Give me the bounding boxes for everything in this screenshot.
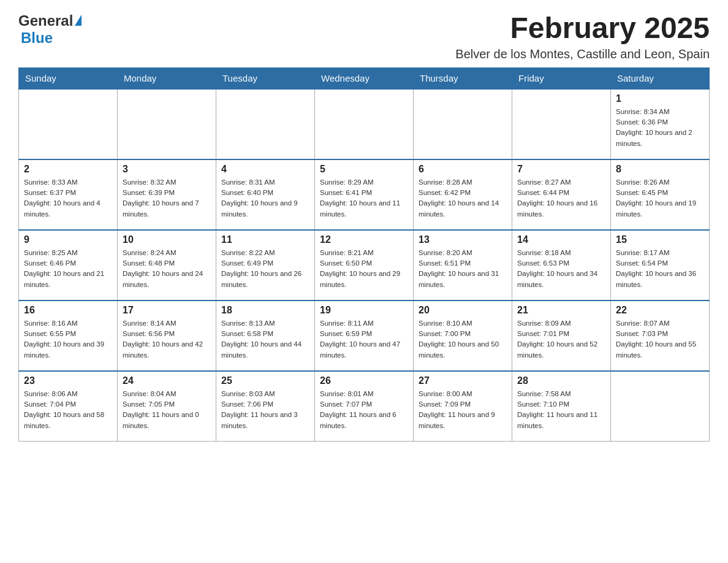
day-number: 24: [123, 375, 211, 386]
day-number: 22: [616, 305, 704, 316]
day-number: 20: [419, 305, 507, 316]
day-number: 4: [221, 164, 309, 175]
day-info: Sunrise: 8:00 AM Sunset: 7:09 PM Dayligh…: [419, 389, 507, 431]
day-number: 7: [517, 164, 605, 175]
weekday-header-monday: Monday: [118, 67, 216, 89]
day-info: Sunrise: 8:32 AM Sunset: 6:39 PM Dayligh…: [123, 177, 211, 220]
calendar-cell: 16Sunrise: 8:16 AM Sunset: 6:55 PM Dayli…: [19, 301, 118, 371]
day-number: 25: [221, 375, 309, 386]
day-number: 18: [221, 305, 309, 316]
week-row-1: 1Sunrise: 8:34 AM Sunset: 6:36 PM Daylig…: [19, 89, 710, 159]
day-info: Sunrise: 8:04 AM Sunset: 7:05 PM Dayligh…: [123, 389, 211, 431]
day-number: 23: [24, 375, 112, 386]
day-info: Sunrise: 8:34 AM Sunset: 6:36 PM Dayligh…: [616, 107, 704, 149]
day-info: Sunrise: 8:11 AM Sunset: 6:59 PM Dayligh…: [320, 318, 408, 361]
day-info: Sunrise: 8:17 AM Sunset: 6:54 PM Dayligh…: [616, 248, 704, 290]
week-row-2: 2Sunrise: 8:33 AM Sunset: 6:37 PM Daylig…: [19, 159, 710, 230]
weekday-header-friday: Friday: [512, 67, 611, 89]
calendar-cell: 5Sunrise: 8:29 AM Sunset: 6:41 PM Daylig…: [315, 159, 414, 230]
calendar-cell: 14Sunrise: 8:18 AM Sunset: 6:53 PM Dayli…: [512, 230, 611, 301]
day-number: 9: [24, 234, 112, 245]
calendar-cell: 11Sunrise: 8:22 AM Sunset: 6:49 PM Dayli…: [216, 230, 315, 301]
weekday-header-tuesday: Tuesday: [216, 67, 315, 89]
day-info: Sunrise: 8:07 AM Sunset: 7:03 PM Dayligh…: [616, 318, 704, 361]
day-number: 10: [123, 234, 211, 245]
day-info: Sunrise: 8:18 AM Sunset: 6:53 PM Dayligh…: [517, 248, 605, 290]
weekday-header-wednesday: Wednesday: [315, 67, 414, 89]
calendar-cell: 26Sunrise: 8:01 AM Sunset: 7:07 PM Dayli…: [315, 371, 414, 442]
day-info: Sunrise: 8:27 AM Sunset: 6:44 PM Dayligh…: [517, 177, 605, 220]
calendar-cell: [216, 89, 315, 159]
day-number: 28: [517, 375, 605, 386]
day-number: 12: [320, 234, 408, 245]
logo: General Blue: [18, 12, 82, 47]
calendar-cell: 27Sunrise: 8:00 AM Sunset: 7:09 PM Dayli…: [414, 371, 512, 442]
day-number: 15: [616, 234, 704, 245]
calendar-cell: 21Sunrise: 8:09 AM Sunset: 7:01 PM Dayli…: [512, 301, 611, 371]
day-info: Sunrise: 8:01 AM Sunset: 7:07 PM Dayligh…: [320, 389, 408, 431]
title-area: February 2025 Belver de los Montes, Cast…: [455, 12, 710, 61]
calendar-cell: 7Sunrise: 8:27 AM Sunset: 6:44 PM Daylig…: [512, 159, 611, 230]
weekday-header-thursday: Thursday: [414, 67, 512, 89]
calendar-cell: 12Sunrise: 8:21 AM Sunset: 6:50 PM Dayli…: [315, 230, 414, 301]
calendar-cell: 4Sunrise: 8:31 AM Sunset: 6:40 PM Daylig…: [216, 159, 315, 230]
day-info: Sunrise: 8:09 AM Sunset: 7:01 PM Dayligh…: [517, 318, 605, 361]
calendar-cell: [118, 89, 216, 159]
day-info: Sunrise: 8:03 AM Sunset: 7:06 PM Dayligh…: [221, 389, 309, 431]
weekday-header-saturday: Saturday: [611, 67, 710, 89]
day-number: 21: [517, 305, 605, 316]
calendar-cell: 22Sunrise: 8:07 AM Sunset: 7:03 PM Dayli…: [611, 301, 710, 371]
calendar-cell: [611, 371, 710, 442]
day-info: Sunrise: 8:06 AM Sunset: 7:04 PM Dayligh…: [24, 389, 112, 431]
calendar-table: SundayMondayTuesdayWednesdayThursdayFrid…: [18, 67, 710, 442]
calendar-cell: [19, 89, 118, 159]
day-number: 1: [616, 93, 704, 104]
day-number: 26: [320, 375, 408, 386]
day-info: Sunrise: 8:26 AM Sunset: 6:45 PM Dayligh…: [616, 177, 704, 220]
day-info: Sunrise: 8:10 AM Sunset: 7:00 PM Dayligh…: [419, 318, 507, 361]
day-info: Sunrise: 8:24 AM Sunset: 6:48 PM Dayligh…: [123, 248, 211, 290]
month-year-title: February 2025: [455, 12, 710, 45]
weekday-header-row: SundayMondayTuesdayWednesdayThursdayFrid…: [19, 67, 710, 89]
page-header: General Blue February 2025 Belver de los…: [18, 12, 710, 61]
day-info: Sunrise: 8:25 AM Sunset: 6:46 PM Dayligh…: [24, 248, 112, 290]
day-number: 17: [123, 305, 211, 316]
day-info: Sunrise: 8:33 AM Sunset: 6:37 PM Dayligh…: [24, 177, 112, 220]
day-info: Sunrise: 7:58 AM Sunset: 7:10 PM Dayligh…: [517, 389, 605, 431]
week-row-4: 16Sunrise: 8:16 AM Sunset: 6:55 PM Dayli…: [19, 301, 710, 371]
day-number: 5: [320, 164, 408, 175]
day-number: 27: [419, 375, 507, 386]
calendar-cell: 3Sunrise: 8:32 AM Sunset: 6:39 PM Daylig…: [118, 159, 216, 230]
day-info: Sunrise: 8:31 AM Sunset: 6:40 PM Dayligh…: [221, 177, 309, 220]
calendar-cell: 2Sunrise: 8:33 AM Sunset: 6:37 PM Daylig…: [19, 159, 118, 230]
day-number: 14: [517, 234, 605, 245]
calendar-cell: 19Sunrise: 8:11 AM Sunset: 6:59 PM Dayli…: [315, 301, 414, 371]
calendar-cell: [414, 89, 512, 159]
day-info: Sunrise: 8:22 AM Sunset: 6:49 PM Dayligh…: [221, 248, 309, 290]
day-info: Sunrise: 8:16 AM Sunset: 6:55 PM Dayligh…: [24, 318, 112, 361]
day-info: Sunrise: 8:28 AM Sunset: 6:42 PM Dayligh…: [419, 177, 507, 220]
calendar-cell: 18Sunrise: 8:13 AM Sunset: 6:58 PM Dayli…: [216, 301, 315, 371]
logo-general-text: General: [18, 12, 73, 29]
day-number: 6: [419, 164, 507, 175]
day-number: 19: [320, 305, 408, 316]
day-info: Sunrise: 8:14 AM Sunset: 6:56 PM Dayligh…: [123, 318, 211, 361]
week-row-3: 9Sunrise: 8:25 AM Sunset: 6:46 PM Daylig…: [19, 230, 710, 301]
calendar-cell: 13Sunrise: 8:20 AM Sunset: 6:51 PM Dayli…: [414, 230, 512, 301]
day-number: 8: [616, 164, 704, 175]
day-number: 3: [123, 164, 211, 175]
day-info: Sunrise: 8:29 AM Sunset: 6:41 PM Dayligh…: [320, 177, 408, 220]
day-info: Sunrise: 8:21 AM Sunset: 6:50 PM Dayligh…: [320, 248, 408, 290]
calendar-cell: 24Sunrise: 8:04 AM Sunset: 7:05 PM Dayli…: [118, 371, 216, 442]
calendar-cell: [512, 89, 611, 159]
calendar-cell: 28Sunrise: 7:58 AM Sunset: 7:10 PM Dayli…: [512, 371, 611, 442]
calendar-cell: 9Sunrise: 8:25 AM Sunset: 6:46 PM Daylig…: [19, 230, 118, 301]
calendar-cell: 25Sunrise: 8:03 AM Sunset: 7:06 PM Dayli…: [216, 371, 315, 442]
day-number: 13: [419, 234, 507, 245]
logo-triangle-icon: [75, 15, 82, 26]
day-number: 11: [221, 234, 309, 245]
calendar-cell: 10Sunrise: 8:24 AM Sunset: 6:48 PM Dayli…: [118, 230, 216, 301]
day-number: 16: [24, 305, 112, 316]
calendar-cell: [315, 89, 414, 159]
calendar-cell: 1Sunrise: 8:34 AM Sunset: 6:36 PM Daylig…: [611, 89, 710, 159]
